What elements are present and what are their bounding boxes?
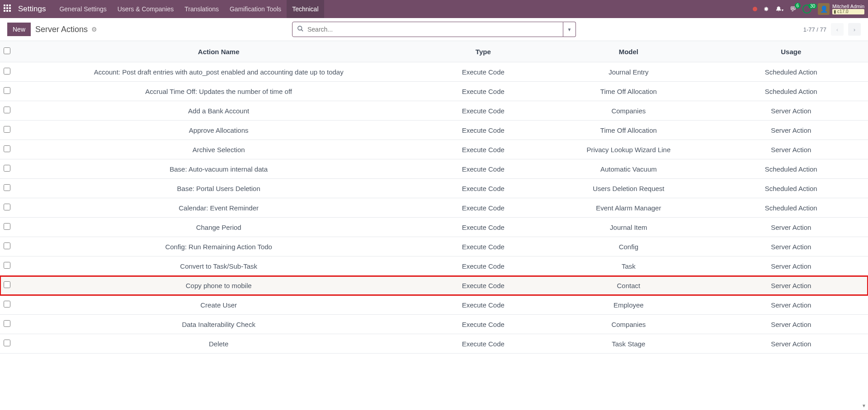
pager: 1-77 / 77 ‹ › <box>803 23 861 36</box>
row-checkbox[interactable] <box>4 242 10 249</box>
bell-icon[interactable]: 🔔︎▾ <box>775 5 783 13</box>
col-model[interactable]: Model <box>543 41 714 62</box>
table-row[interactable]: Copy phone to mobileExecute CodeContactS… <box>0 276 868 295</box>
cell-usage: Scheduled Action <box>714 159 868 179</box>
table-row[interactable]: Convert to Task/Sub-TaskExecute CodeTask… <box>0 256 868 276</box>
pager-text[interactable]: 1-77 / 77 <box>803 26 826 33</box>
cell-type: Execute Code <box>423 218 543 237</box>
table-row[interactable]: Data Inalterability CheckExecute CodeCom… <box>0 315 868 334</box>
table-row[interactable]: Account: Post draft entries with auto_po… <box>0 62 868 82</box>
cell-type: Execute Code <box>423 82 543 101</box>
activity-timer-icon[interactable] <box>802 5 811 14</box>
table-row[interactable]: Change PeriodExecute CodeJournal ItemSer… <box>0 218 868 237</box>
row-checkbox[interactable] <box>4 301 10 308</box>
row-checkbox[interactable] <box>4 165 10 172</box>
table-row[interactable]: Accrual Time Off: Updates the number of … <box>0 82 868 101</box>
row-checkbox[interactable] <box>4 68 10 75</box>
cell-name: Base: Auto-vacuum internal data <box>14 159 423 179</box>
cell-usage: Server Action <box>714 315 868 334</box>
cell-name: Base: Portal Users Deletion <box>14 179 423 198</box>
cell-model: Config <box>543 237 714 256</box>
avatar: 👤 <box>818 3 830 15</box>
cell-name: Copy phone to mobile <box>14 276 423 295</box>
cell-usage: Server Action <box>714 276 868 295</box>
row-checkbox[interactable] <box>4 340 10 346</box>
search-box[interactable] <box>292 22 563 37</box>
cell-model: Companies <box>543 101 714 121</box>
cell-name: Account: Post draft entries with auto_po… <box>14 62 423 82</box>
cell-type: Execute Code <box>423 276 543 295</box>
row-checkbox[interactable] <box>4 262 10 269</box>
user-menu[interactable]: 👤 Mitchell Admin ▮ c17.0 <box>818 3 864 15</box>
row-checkbox[interactable] <box>4 223 10 230</box>
table-row[interactable]: Config: Run Remaining Action TodoExecute… <box>0 237 868 256</box>
cell-model: Employee <box>543 295 714 315</box>
cell-model: Task <box>543 256 714 276</box>
cell-name: Data Inalterability Check <box>14 315 423 334</box>
menu-translations[interactable]: Translations <box>179 0 224 18</box>
top-nav: Settings General SettingsUsers & Compani… <box>0 0 868 18</box>
pager-prev-button[interactable]: ‹ <box>831 23 844 36</box>
cell-type: Execute Code <box>423 295 543 315</box>
actions-table: Action Name Type Model Usage Account: Po… <box>0 41 868 354</box>
username: Mitchell Admin <box>832 4 864 9</box>
row-checkbox[interactable] <box>4 126 10 133</box>
cell-name: Approve Allocations <box>14 121 423 140</box>
gear-icon[interactable]: ⚙ <box>91 26 97 33</box>
cell-name: Config: Run Remaining Action Todo <box>14 237 423 256</box>
cell-model: Contact <box>543 276 714 295</box>
table-row[interactable]: Create UserExecute CodeEmployeeServer Ac… <box>0 295 868 315</box>
table-row[interactable]: Calendar: Event ReminderExecute CodeEven… <box>0 198 868 218</box>
cell-type: Execute Code <box>423 101 543 121</box>
search-dropdown-toggle[interactable]: ▼ <box>563 22 576 37</box>
table-row[interactable]: Base: Auto-vacuum internal dataExecute C… <box>0 159 868 179</box>
menu-technical[interactable]: Technical <box>287 0 324 18</box>
row-checkbox[interactable] <box>4 87 10 94</box>
cell-type: Execute Code <box>423 159 543 179</box>
messages-icon[interactable]: 💬︎6 <box>790 5 796 13</box>
chevron-down-icon[interactable]: ▼ <box>862 403 866 408</box>
table-row[interactable]: Approve AllocationsExecute CodeTime Off … <box>0 121 868 140</box>
new-button[interactable]: New <box>7 23 31 36</box>
table-row[interactable]: Add a Bank AccountExecute CodeCompaniesS… <box>0 101 868 121</box>
col-action-name[interactable]: Action Name <box>14 41 423 62</box>
row-checkbox[interactable] <box>4 281 10 288</box>
row-checkbox[interactable] <box>4 320 10 327</box>
cell-usage: Server Action <box>714 218 868 237</box>
header-checkbox-cell <box>0 41 14 62</box>
breadcrumb[interactable]: Server Actions <box>35 25 88 34</box>
row-checkbox[interactable] <box>4 107 10 113</box>
cell-usage: Scheduled Action <box>714 62 868 82</box>
table-header-row: Action Name Type Model Usage <box>0 41 868 62</box>
row-checkbox[interactable] <box>4 204 10 210</box>
cell-type: Execute Code <box>423 62 543 82</box>
pager-next-button[interactable]: › <box>848 23 861 36</box>
search-icon <box>297 25 304 33</box>
menu-gamification-tools[interactable]: Gamification Tools <box>224 0 287 18</box>
col-usage[interactable]: Usage <box>714 41 868 62</box>
cell-usage: Server Action <box>714 334 868 354</box>
cell-type: Execute Code <box>423 121 543 140</box>
search-input[interactable] <box>307 26 558 33</box>
menu-users-companies[interactable]: Users & Companies <box>112 0 179 18</box>
bug-icon[interactable]: ✸ <box>764 5 769 13</box>
table-row[interactable]: DeleteExecute CodeTask StageServer Actio… <box>0 334 868 354</box>
col-type[interactable]: Type <box>423 41 543 62</box>
table-scroll[interactable]: Action Name Type Model Usage Account: Po… <box>0 41 868 410</box>
cell-name: Calendar: Event Reminder <box>14 198 423 218</box>
cell-model: Task Stage <box>543 334 714 354</box>
cell-model: Automatic Vacuum <box>543 159 714 179</box>
apps-icon[interactable] <box>4 5 13 14</box>
menu-general-settings[interactable]: General Settings <box>54 0 112 18</box>
record-indicator-icon[interactable] <box>753 7 757 11</box>
svg-line-1 <box>301 29 303 31</box>
cell-usage: Scheduled Action <box>714 82 868 101</box>
table-row[interactable]: Base: Portal Users DeletionExecute CodeU… <box>0 179 868 198</box>
table-row[interactable]: Archive SelectionExecute CodePrivacy Loo… <box>0 140 868 159</box>
db-badge: ▮ c17.0 <box>832 9 864 14</box>
cell-name: Convert to Task/Sub-Task <box>14 256 423 276</box>
row-checkbox[interactable] <box>4 145 10 152</box>
row-checkbox[interactable] <box>4 184 10 191</box>
cell-usage: Server Action <box>714 121 868 140</box>
select-all-checkbox[interactable] <box>4 47 10 54</box>
